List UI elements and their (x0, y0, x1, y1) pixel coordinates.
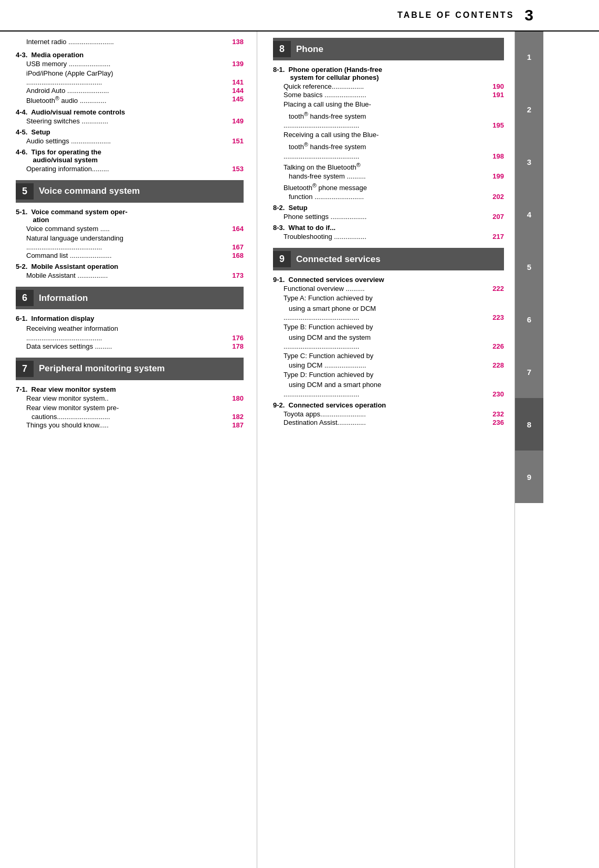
right-column: 8 Phone 8-1. Phone operation (Hands-free… (257, 30, 514, 868)
sidebar-tab-2[interactable]: 2 (515, 83, 543, 135)
toc-bt-message: Bluetooth® phone message (283, 181, 504, 193)
toc-audio-settings: Audio settings ..................... 151 (26, 137, 244, 145)
toc-bluetooth-audio: Bluetooth® audio .............. 145 (26, 95, 244, 104)
subsec-4-4: 4-4. Audio/visual remote controls (16, 108, 244, 116)
section8-num: 8 (273, 41, 291, 57)
toc-placing-call-page: ........................................… (283, 121, 504, 129)
sidebar-tab-8[interactable]: 8 (515, 398, 543, 451)
section6-title: Information (39, 293, 88, 304)
toc-type-a-2: using a smart phone or DCM (289, 304, 504, 314)
left-column: Internet radio ........................ … (0, 30, 257, 868)
toc-receiving-call-2: tooth® hands-free system (289, 140, 504, 152)
sidebar-tab-5[interactable]: 5 (515, 240, 543, 293)
subsec-8-3: 8-3. What to do if... (273, 224, 504, 232)
subsec-5-2: 5-2. Mobile Assistant operation (16, 263, 244, 270)
sidebar-tab-6[interactable]: 6 (515, 293, 543, 346)
section9-title: Connected services (296, 254, 381, 265)
subsec-7-1: 7-1. Rear view monitor system (16, 385, 244, 393)
toc-type-b-2: using DCM and the system (289, 332, 504, 343)
sidebar-tab-7[interactable]: 7 (515, 346, 543, 398)
toc-talking: Talking on the Bluetooth® (283, 161, 504, 173)
toc-ipod: iPod/iPhone (Apple CarPlay) (26, 68, 244, 79)
toc-rear-know: Things you should know..... 187 (26, 421, 244, 429)
toc-receiving-call: Receiving a call using the Blue- (283, 130, 504, 140)
section5-num: 5 (16, 183, 34, 200)
toc-toyota-apps: Toyota apps........................ 232 (283, 410, 504, 418)
toc-rear-precautions: Rear view monitor system pre- (26, 403, 244, 413)
toc-command-list: Command list ...................... 168 (26, 252, 244, 259)
toc-some-basics: Some basics ...................... 191 (283, 91, 504, 99)
toc-type-a-page: ........................................… (283, 313, 504, 321)
subsec-9-2: 9-2. Connected services operation (273, 401, 504, 409)
subsec-4-3: 4-3. Media operation (16, 51, 244, 59)
toc-entry-internet-radio: Internet radio ........................ … (26, 37, 244, 48)
section7-header: 7 Peripheral monitoring system (16, 358, 244, 380)
section9-num: 9 (273, 251, 291, 267)
section8-title: Phone (296, 44, 323, 55)
toc-natural-lang-page: ........................................… (26, 243, 244, 251)
toc-voice-cmd: Voice command system ..... 164 (26, 225, 244, 233)
toc-weather-page: ........................................… (26, 334, 244, 342)
toc-type-d-2: using DCM and a smart phone (289, 380, 504, 390)
toc-weather: Receiving weather information (26, 323, 244, 334)
toc-operating-info: Operating information......... 153 (26, 165, 244, 173)
toc-natural-lang: Natural language understanding (26, 233, 244, 244)
toc-usb-memory: USB memory ...................... 139 (26, 60, 244, 68)
toc-type-b: Type B: Function achieved by (283, 322, 504, 332)
toc-phone-settings: Phone settings ................... 207 (283, 213, 504, 221)
toc-rear-precautions-page: cautions............................ 182 (31, 413, 244, 421)
toc-troubleshooting: Troubleshooting ................. 217 (283, 233, 504, 240)
header-pagenum: 3 (524, 6, 533, 24)
section5-title: Voice command system (39, 186, 140, 196)
page: TABLE OF CONTENTS 3 Internet radio .....… (0, 0, 599, 868)
toc-quick-ref: Quick reference................. 190 (283, 82, 504, 90)
entry-page: 138 (232, 37, 244, 48)
sidebar-tab-4[interactable]: 4 (515, 188, 543, 240)
section5-header: 5 Voice command system (16, 180, 244, 203)
sidebar-tab-1[interactable]: 1 (515, 30, 543, 83)
toc-type-c: Type C: Function achieved by (283, 351, 504, 361)
toc-data-services: Data services settings ......... 178 (26, 342, 244, 350)
subsec-8-1: 8-1. Phone operation (Hands-free system … (273, 66, 504, 81)
toc-type-c-page: using DCM ...................... 228 (289, 361, 504, 369)
section6-header: 6 Information (16, 287, 244, 309)
right-sidebar: 1 2 3 4 5 6 7 8 9 (514, 30, 543, 868)
subsec-5-1: 5-1. Voice command system oper- ation (16, 208, 244, 224)
entry-label: Internet radio ........................ (26, 37, 114, 48)
section9-header: 9 Connected services (273, 248, 504, 270)
toc-steering: Steering switches .............. 149 (26, 117, 244, 125)
sidebar-tab-3[interactable]: 3 (515, 135, 543, 188)
section8-header: 8 Phone (273, 38, 504, 60)
toc-type-d: Type D: Function achieved by (283, 370, 504, 380)
toc-rear-view: Rear view monitor system.. 180 (26, 394, 244, 402)
subsec-9-1: 9-1. Connected services overview (273, 276, 504, 284)
toc-placing-call-2: tooth® hands-free system (289, 110, 504, 122)
toc-android: Android Auto ...................... 144 (26, 87, 244, 95)
subsec-4-5: 4-5. Setup (16, 128, 244, 136)
toc-talking-page: hands-free system .......... 199 (289, 172, 504, 180)
toc-destination-assist: Destination Assist............... 236 (283, 419, 504, 426)
toc-placing-call: Placing a call using the Blue- (283, 99, 504, 110)
section7-num: 7 (16, 361, 34, 377)
section6-num: 6 (16, 290, 34, 306)
toc-type-a: Type A: Function achieved by (283, 293, 504, 304)
subsec-6-1: 6-1. Information display (16, 315, 244, 322)
toc-mobile-assistant: Mobile Assistant ................ 173 (26, 271, 244, 279)
section7-title: Peripheral monitoring system (39, 363, 165, 374)
toc-functional-overview: Functional overview .......... 222 (283, 285, 504, 292)
toc-receiving-call-page: ........................................… (283, 152, 504, 160)
subsec-4-6: 4-6. Tips for operating the audio/visual… (16, 148, 244, 164)
sidebar-tab-9[interactable]: 9 (515, 451, 543, 503)
toc-type-d-page: ........................................… (283, 390, 504, 398)
toc-bt-message-page: function .......................... 202 (289, 193, 504, 201)
header-title: TABLE OF CONTENTS (397, 11, 514, 20)
toc-type-b-page: ........................................… (283, 342, 504, 350)
toc-ipod-page: ........................................… (26, 78, 244, 86)
subsec-8-2: 8-2. Setup (273, 204, 504, 212)
